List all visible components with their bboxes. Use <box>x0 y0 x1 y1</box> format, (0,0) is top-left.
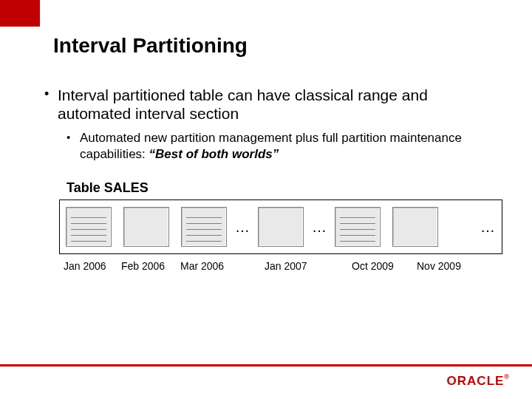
partition-box <box>258 207 304 247</box>
partition-box <box>181 207 227 247</box>
bullet-level2-emph: “Best of both worlds” <box>149 147 279 161</box>
bullet-level2: Automated new partition management plus … <box>66 130 502 162</box>
slide: Interval Partitioning Interval partition… <box>0 0 532 399</box>
oracle-logo-text: ORACLE <box>447 374 505 388</box>
partition-label: Feb 2006 <box>121 260 165 272</box>
partition-label: Mar 2006 <box>180 260 224 272</box>
accent-block <box>0 0 40 27</box>
bullet-level1: Interval partitioned table can have clas… <box>44 86 502 123</box>
partition-label: Jan 2006 <box>64 260 106 272</box>
table-label: Table SALES <box>66 180 149 196</box>
partition-box <box>123 207 169 247</box>
oracle-logo-reg: ® <box>504 373 510 381</box>
partition-box <box>335 207 381 247</box>
partition-label: Jan 2007 <box>265 260 307 272</box>
footer-divider <box>0 364 532 366</box>
ellipsis: … <box>233 219 252 236</box>
partition-label: Nov 2009 <box>417 260 461 272</box>
bullet-list: Interval partitioned table can have clas… <box>44 86 502 162</box>
ellipsis: … <box>478 219 497 236</box>
partition-box <box>66 207 112 247</box>
ellipsis: … <box>310 219 329 236</box>
oracle-logo: ORACLE® <box>447 374 510 389</box>
partition-captions: Jan 2006 Feb 2006 Mar 2006 Jan 2007 Oct … <box>59 260 502 275</box>
partition-label: Oct 2009 <box>352 260 394 272</box>
partition-box <box>392 207 438 247</box>
partition-strip: … … … <box>59 200 502 254</box>
slide-title: Interval Partitioning <box>53 34 248 58</box>
